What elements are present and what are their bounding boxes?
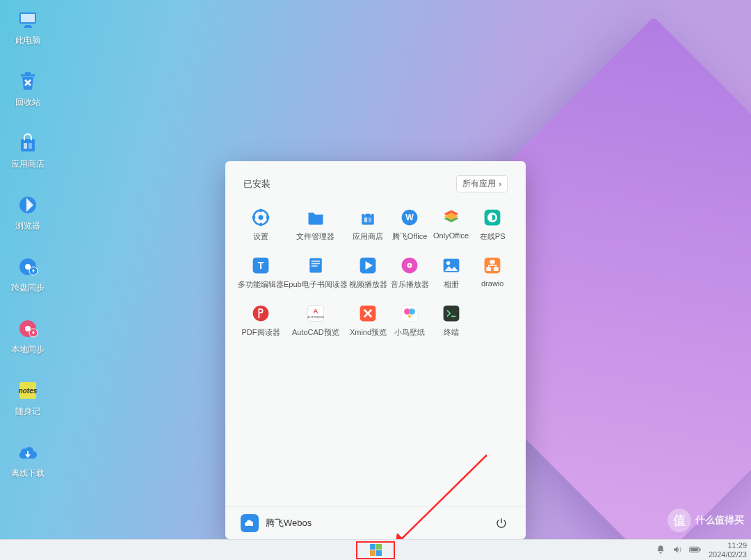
start-button[interactable] bbox=[357, 543, 394, 558]
app-label: 腾飞Office bbox=[392, 231, 428, 242]
svg-point-17 bbox=[259, 215, 264, 220]
clock[interactable]: 11:29 2024/02/23 bbox=[709, 541, 747, 558]
onlyoffice-icon bbox=[442, 208, 461, 227]
user-account[interactable]: 腾飞Webos bbox=[241, 514, 312, 532]
app-label: 终端 bbox=[444, 327, 459, 338]
app-label: 多功能编辑器 bbox=[238, 279, 284, 290]
svg-rect-6 bbox=[29, 143, 32, 149]
desktop-icon-notepad[interactable]: notes 随身记 bbox=[0, 378, 56, 418]
notepad-icon: notes bbox=[15, 378, 40, 403]
svg-rect-56 bbox=[700, 548, 701, 550]
offline-download-icon bbox=[15, 440, 40, 465]
desktop-icon-label: 本地同步 bbox=[11, 344, 45, 356]
app-autocad-preview[interactable]: AAUTODESK AutoCAD预览 bbox=[284, 301, 348, 340]
svg-rect-52 bbox=[443, 306, 459, 322]
installed-section-title: 已安装 bbox=[243, 178, 270, 190]
online-ps-icon bbox=[483, 208, 502, 227]
all-apps-button[interactable]: 所有应用 › bbox=[456, 175, 508, 192]
app-file-manager[interactable]: 文件管理器 bbox=[284, 205, 348, 245]
notifications-icon[interactable] bbox=[656, 545, 665, 556]
svg-rect-2 bbox=[25, 25, 31, 26]
this-pc-icon bbox=[15, 7, 40, 32]
app-label: PDF阅读器 bbox=[242, 327, 280, 338]
desktop-icon-browser[interactable]: 浏览器 bbox=[0, 192, 56, 232]
svg-rect-23 bbox=[364, 217, 367, 222]
svg-rect-21 bbox=[266, 216, 269, 219]
app-tengfei-office[interactable]: W 腾飞Office bbox=[389, 205, 430, 245]
app-label: Xmind预览 bbox=[350, 327, 387, 338]
xmind-preview-icon bbox=[358, 304, 378, 323]
app-drawio[interactable]: drawio bbox=[471, 253, 513, 293]
svg-rect-3 bbox=[24, 26, 32, 28]
svg-rect-32 bbox=[312, 263, 320, 265]
power-icon bbox=[495, 517, 508, 529]
power-button[interactable] bbox=[492, 514, 510, 532]
cloud-icon bbox=[241, 514, 259, 532]
desktop-icon-label: 浏览器 bbox=[15, 220, 40, 232]
app-bird-wallpaper[interactable]: 小鸟壁纸 bbox=[389, 301, 430, 340]
svg-rect-19 bbox=[259, 223, 262, 226]
app-multi-editor[interactable]: T 多功能编辑器 bbox=[238, 253, 284, 293]
app-terminal[interactable]: 终端 bbox=[430, 301, 472, 340]
desktop-icon-app-store[interactable]: 应用商店 bbox=[0, 131, 56, 170]
svg-rect-42 bbox=[486, 267, 491, 271]
app-app-store[interactable]: 应用商店 bbox=[348, 205, 389, 245]
app-music-player[interactable]: 音乐播放器 bbox=[389, 253, 430, 293]
desktop-icon-label: 随身记 bbox=[15, 406, 40, 418]
svg-text:AUTODESK: AUTODESK bbox=[307, 315, 325, 319]
svg-point-39 bbox=[446, 261, 450, 265]
desktop-icon-local-sync[interactable]: 本地同步 bbox=[0, 316, 56, 356]
desktop-icon-offline-download[interactable]: 离线下载 bbox=[0, 440, 56, 479]
local-sync-icon bbox=[15, 316, 40, 341]
music-player-icon bbox=[400, 256, 419, 275]
svg-text:T: T bbox=[258, 260, 264, 271]
app-label: OnlyOffice bbox=[433, 231, 469, 240]
svg-rect-24 bbox=[369, 217, 371, 222]
desktop-icon-label: 回收站 bbox=[15, 97, 40, 108]
svg-rect-43 bbox=[494, 267, 499, 271]
svg-rect-5 bbox=[24, 143, 27, 149]
svg-rect-41 bbox=[490, 260, 495, 263]
browser-icon bbox=[15, 192, 40, 217]
battery-icon[interactable] bbox=[689, 545, 702, 555]
recycle-bin-icon bbox=[15, 69, 40, 94]
svg-rect-20 bbox=[252, 216, 255, 219]
desktop-icon-label: 应用商店 bbox=[11, 158, 45, 170]
app-label: 文件管理器 bbox=[296, 231, 334, 242]
svg-rect-31 bbox=[312, 261, 320, 262]
pdf-reader-icon bbox=[251, 304, 270, 323]
app-settings[interactable]: 设置 bbox=[238, 205, 284, 245]
desktop-icon-label: 跨盘同步 bbox=[11, 282, 45, 294]
app-online-ps[interactable]: 在线PS bbox=[471, 205, 513, 245]
cloud-sync-icon bbox=[15, 254, 40, 279]
desktop-icon-this-pc[interactable]: 此电脑 bbox=[0, 7, 56, 47]
app-label: AutoCAD预览 bbox=[292, 327, 339, 338]
app-store-icon bbox=[358, 208, 378, 227]
autocad-preview-icon: AAUTODESK bbox=[306, 304, 325, 323]
app-onlyoffice[interactable]: OnlyOffice bbox=[430, 205, 472, 245]
desktop-icon-label: 此电脑 bbox=[15, 35, 40, 47]
app-video-player[interactable]: 视频播放器 bbox=[348, 253, 389, 293]
epub-reader-icon bbox=[306, 256, 325, 275]
settings-icon bbox=[251, 208, 270, 227]
svg-rect-33 bbox=[312, 265, 318, 267]
app-label: 在线PS bbox=[480, 231, 506, 242]
app-xmind-preview[interactable]: Xmind预览 bbox=[348, 301, 389, 340]
volume-icon[interactable] bbox=[672, 545, 682, 556]
app-label: 相册 bbox=[444, 279, 459, 290]
desktop-icon-recycle-bin[interactable]: 回收站 bbox=[0, 69, 56, 108]
app-store-icon bbox=[15, 131, 40, 156]
start-logo-icon bbox=[370, 544, 382, 556]
system-tray: 11:29 2024/02/23 bbox=[656, 541, 747, 558]
app-label: 音乐播放器 bbox=[391, 279, 429, 290]
svg-rect-18 bbox=[259, 209, 262, 212]
app-pdf-reader[interactable]: PDF阅读器 bbox=[238, 301, 284, 340]
chevron-right-icon: › bbox=[499, 179, 501, 189]
svg-rect-22 bbox=[362, 214, 375, 225]
svg-rect-4 bbox=[21, 139, 35, 151]
app-epub-reader[interactable]: Epub电子书阅读器 bbox=[284, 253, 348, 293]
desktop-icon-cloud-sync[interactable]: 跨盘同步 bbox=[0, 254, 56, 294]
app-label: 视频播放器 bbox=[349, 279, 387, 290]
start-menu: 已安装 所有应用 › 设置 文件管理器 应用商店 W 腾飞Office Only… bbox=[225, 161, 526, 539]
app-album[interactable]: 相册 bbox=[430, 253, 472, 293]
